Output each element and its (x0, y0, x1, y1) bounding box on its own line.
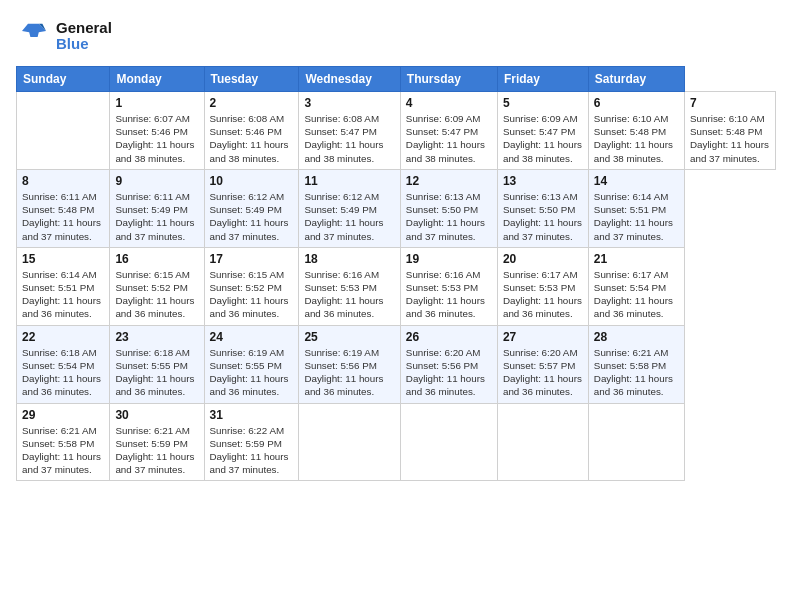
header: General Blue (16, 16, 776, 56)
logo-bird-icon (16, 16, 52, 52)
day-info: Sunrise: 6:20 AM Sunset: 5:56 PM Dayligh… (406, 346, 492, 399)
day-info: Sunrise: 6:21 AM Sunset: 5:59 PM Dayligh… (115, 424, 198, 477)
day-info: Sunrise: 6:15 AM Sunset: 5:52 PM Dayligh… (115, 268, 198, 321)
day-info: Sunrise: 6:21 AM Sunset: 5:58 PM Dayligh… (22, 424, 104, 477)
day-info: Sunrise: 6:13 AM Sunset: 5:50 PM Dayligh… (406, 190, 492, 243)
day-number: 12 (406, 174, 492, 188)
day-number: 30 (115, 408, 198, 422)
day-number: 19 (406, 252, 492, 266)
day-number: 7 (690, 96, 770, 110)
day-info: Sunrise: 6:15 AM Sunset: 5:52 PM Dayligh… (210, 268, 294, 321)
day-info: Sunrise: 6:16 AM Sunset: 5:53 PM Dayligh… (406, 268, 492, 321)
day-info: Sunrise: 6:11 AM Sunset: 5:49 PM Dayligh… (115, 190, 198, 243)
calendar-cell: 31Sunrise: 6:22 AM Sunset: 5:59 PM Dayli… (204, 403, 299, 481)
calendar-cell: 11Sunrise: 6:12 AM Sunset: 5:49 PM Dayli… (299, 169, 400, 247)
day-number: 22 (22, 330, 104, 344)
day-info: Sunrise: 6:08 AM Sunset: 5:47 PM Dayligh… (304, 112, 394, 165)
day-number: 1 (115, 96, 198, 110)
day-info: Sunrise: 6:08 AM Sunset: 5:46 PM Dayligh… (210, 112, 294, 165)
calendar-cell: 30Sunrise: 6:21 AM Sunset: 5:59 PM Dayli… (110, 403, 204, 481)
day-number: 20 (503, 252, 583, 266)
calendar-cell: 16Sunrise: 6:15 AM Sunset: 5:52 PM Dayli… (110, 247, 204, 325)
day-number: 13 (503, 174, 583, 188)
day-info: Sunrise: 6:19 AM Sunset: 5:56 PM Dayligh… (304, 346, 394, 399)
calendar-cell: 5Sunrise: 6:09 AM Sunset: 5:47 PM Daylig… (497, 92, 588, 170)
calendar-cell: 26Sunrise: 6:20 AM Sunset: 5:56 PM Dayli… (400, 325, 497, 403)
calendar-cell: 10Sunrise: 6:12 AM Sunset: 5:49 PM Dayli… (204, 169, 299, 247)
calendar-cell: 28Sunrise: 6:21 AM Sunset: 5:58 PM Dayli… (588, 325, 684, 403)
calendar-week-row: 8Sunrise: 6:11 AM Sunset: 5:48 PM Daylig… (17, 169, 776, 247)
day-info: Sunrise: 6:11 AM Sunset: 5:48 PM Dayligh… (22, 190, 104, 243)
page: General Blue SundayMondayTuesdayWednesda… (0, 0, 792, 612)
calendar-cell: 12Sunrise: 6:13 AM Sunset: 5:50 PM Dayli… (400, 169, 497, 247)
day-info: Sunrise: 6:16 AM Sunset: 5:53 PM Dayligh… (304, 268, 394, 321)
calendar-cell: 1Sunrise: 6:07 AM Sunset: 5:46 PM Daylig… (110, 92, 204, 170)
calendar-header-tuesday: Tuesday (204, 67, 299, 92)
calendar-cell: 2Sunrise: 6:08 AM Sunset: 5:46 PM Daylig… (204, 92, 299, 170)
day-info: Sunrise: 6:17 AM Sunset: 5:53 PM Dayligh… (503, 268, 583, 321)
day-number: 15 (22, 252, 104, 266)
day-info: Sunrise: 6:10 AM Sunset: 5:48 PM Dayligh… (690, 112, 770, 165)
day-number: 8 (22, 174, 104, 188)
logo-text-line2: Blue (56, 36, 112, 53)
calendar-cell: 19Sunrise: 6:16 AM Sunset: 5:53 PM Dayli… (400, 247, 497, 325)
calendar-cell: 17Sunrise: 6:15 AM Sunset: 5:52 PM Dayli… (204, 247, 299, 325)
day-number: 2 (210, 96, 294, 110)
calendar-header-friday: Friday (497, 67, 588, 92)
day-number: 16 (115, 252, 198, 266)
calendar-cell: 25Sunrise: 6:19 AM Sunset: 5:56 PM Dayli… (299, 325, 400, 403)
calendar-cell: 14Sunrise: 6:14 AM Sunset: 5:51 PM Dayli… (588, 169, 684, 247)
logo-graphic: General Blue (16, 16, 112, 56)
calendar-cell: 6Sunrise: 6:10 AM Sunset: 5:48 PM Daylig… (588, 92, 684, 170)
calendar-cell: 22Sunrise: 6:18 AM Sunset: 5:54 PM Dayli… (17, 325, 110, 403)
day-info: Sunrise: 6:14 AM Sunset: 5:51 PM Dayligh… (594, 190, 679, 243)
calendar-cell (400, 403, 497, 481)
day-info: Sunrise: 6:19 AM Sunset: 5:55 PM Dayligh… (210, 346, 294, 399)
day-number: 27 (503, 330, 583, 344)
day-number: 9 (115, 174, 198, 188)
day-number: 28 (594, 330, 679, 344)
day-info: Sunrise: 6:17 AM Sunset: 5:54 PM Dayligh… (594, 268, 679, 321)
day-number: 14 (594, 174, 679, 188)
calendar-cell: 20Sunrise: 6:17 AM Sunset: 5:53 PM Dayli… (497, 247, 588, 325)
calendar-cell (17, 92, 110, 170)
day-number: 18 (304, 252, 394, 266)
calendar-cell: 9Sunrise: 6:11 AM Sunset: 5:49 PM Daylig… (110, 169, 204, 247)
calendar-cell: 23Sunrise: 6:18 AM Sunset: 5:55 PM Dayli… (110, 325, 204, 403)
day-info: Sunrise: 6:12 AM Sunset: 5:49 PM Dayligh… (210, 190, 294, 243)
day-info: Sunrise: 6:22 AM Sunset: 5:59 PM Dayligh… (210, 424, 294, 477)
calendar-week-row: 22Sunrise: 6:18 AM Sunset: 5:54 PM Dayli… (17, 325, 776, 403)
day-number: 5 (503, 96, 583, 110)
day-number: 21 (594, 252, 679, 266)
calendar-cell: 18Sunrise: 6:16 AM Sunset: 5:53 PM Dayli… (299, 247, 400, 325)
day-number: 31 (210, 408, 294, 422)
calendar-table: SundayMondayTuesdayWednesdayThursdayFrid… (16, 66, 776, 481)
day-number: 6 (594, 96, 679, 110)
day-info: Sunrise: 6:09 AM Sunset: 5:47 PM Dayligh… (406, 112, 492, 165)
logo-text-line1: General (56, 20, 112, 37)
day-number: 26 (406, 330, 492, 344)
day-info: Sunrise: 6:07 AM Sunset: 5:46 PM Dayligh… (115, 112, 198, 165)
day-info: Sunrise: 6:18 AM Sunset: 5:54 PM Dayligh… (22, 346, 104, 399)
calendar-cell (497, 403, 588, 481)
day-number: 23 (115, 330, 198, 344)
calendar-cell (588, 403, 684, 481)
day-info: Sunrise: 6:21 AM Sunset: 5:58 PM Dayligh… (594, 346, 679, 399)
day-number: 25 (304, 330, 394, 344)
calendar-header-sunday: Sunday (17, 67, 110, 92)
day-info: Sunrise: 6:18 AM Sunset: 5:55 PM Dayligh… (115, 346, 198, 399)
day-number: 4 (406, 96, 492, 110)
day-info: Sunrise: 6:12 AM Sunset: 5:49 PM Dayligh… (304, 190, 394, 243)
calendar-cell: 24Sunrise: 6:19 AM Sunset: 5:55 PM Dayli… (204, 325, 299, 403)
calendar-cell: 4Sunrise: 6:09 AM Sunset: 5:47 PM Daylig… (400, 92, 497, 170)
logo: General Blue (16, 16, 112, 56)
day-number: 29 (22, 408, 104, 422)
calendar-header-monday: Monday (110, 67, 204, 92)
calendar-header-wednesday: Wednesday (299, 67, 400, 92)
calendar-cell: 7Sunrise: 6:10 AM Sunset: 5:48 PM Daylig… (685, 92, 776, 170)
calendar-cell: 15Sunrise: 6:14 AM Sunset: 5:51 PM Dayli… (17, 247, 110, 325)
calendar-cell: 8Sunrise: 6:11 AM Sunset: 5:48 PM Daylig… (17, 169, 110, 247)
day-info: Sunrise: 6:13 AM Sunset: 5:50 PM Dayligh… (503, 190, 583, 243)
calendar-cell: 29Sunrise: 6:21 AM Sunset: 5:58 PM Dayli… (17, 403, 110, 481)
calendar-cell: 3Sunrise: 6:08 AM Sunset: 5:47 PM Daylig… (299, 92, 400, 170)
